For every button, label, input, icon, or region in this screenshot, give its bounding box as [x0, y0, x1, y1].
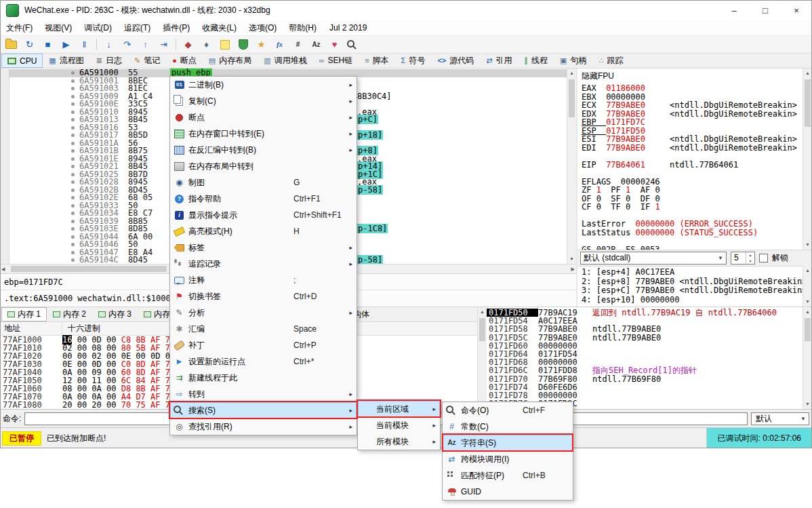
search-button[interactable]	[344, 37, 361, 52]
breakpoint-dot[interactable]	[66, 180, 79, 184]
breakpoint-dot[interactable]	[66, 102, 79, 106]
breakpoint-dot[interactable]	[66, 212, 79, 215]
tab-log[interactable]: ≣日志	[90, 54, 128, 68]
menuitem-current-region[interactable]: 当前区域▸	[358, 401, 440, 417]
heart-button[interactable]: ♥	[326, 37, 343, 52]
stack-row[interactable]: 0171FD5077B9AC19返回到 ntdll.77B9AC19 自 ntd…	[487, 309, 803, 317]
open-file-button[interactable]	[3, 37, 20, 52]
notes-button[interactable]	[216, 37, 233, 52]
menubar-item[interactable]: 文件(F)	[0, 20, 39, 35]
tab-threads[interactable]: ∥线程	[519, 54, 554, 68]
tab-script[interactable]: ≡脚本	[359, 54, 394, 68]
strings-az-button[interactable]: Az	[308, 37, 325, 52]
registers-scrollbar[interactable]	[803, 69, 812, 250]
menuitem-goto[interactable]: ⇨转到▸	[170, 386, 357, 402]
breakpoint-dot[interactable]	[66, 79, 79, 83]
tab-cpu[interactable]: CPU	[1, 54, 43, 68]
menuitem-analysis[interactable]: ✎分析▸	[170, 305, 357, 321]
menuitem-follow-in-dump[interactable]: 在内存窗口中转到(E)▸	[170, 125, 357, 142]
breakpoint-dot[interactable]	[66, 251, 79, 254]
breakpoint-dot[interactable]	[66, 71, 79, 75]
arg-count-stepper[interactable]: 5 ▲▼	[731, 252, 755, 265]
dump-tab[interactable]: 内存 1	[1, 307, 47, 321]
arguments-panel[interactable]: 1: [esp+4] A0C17EEA2: [esp+8] 77B9ABE0 <…	[577, 266, 803, 307]
hide-fpu-button[interactable]: 隐藏FPU	[582, 71, 803, 82]
menuitem-binary[interactable]: 01二进制(B)▸	[170, 77, 357, 93]
menuitem-current-module[interactable]: 当前模块▸	[358, 417, 440, 433]
breakpoint-dot[interactable]	[66, 126, 79, 130]
tab-symbols[interactable]: Σ符号	[395, 54, 432, 68]
menuitem-highlighting-mode[interactable]: 高亮模式(H)H	[170, 223, 357, 239]
menubar-item[interactable]: 调试(D)	[78, 20, 118, 35]
menuitem-guid[interactable]: GUID	[443, 484, 573, 500]
menuitem-follow-in-memory-map[interactable]: 在内存布局中转到	[170, 158, 357, 174]
menuitem-comment[interactable]: 注释;	[170, 272, 357, 288]
close-button[interactable]: ×	[781, 0, 812, 20]
breakpoint-dot[interactable]	[66, 204, 79, 208]
favourites-button[interactable]: ★	[253, 37, 270, 52]
menuitem-intermodular-calls[interactable]: ⇄跨模块调用(I)	[443, 451, 573, 467]
menuitem-label[interactable]: 标签▸	[170, 239, 357, 256]
menuitem-constant[interactable]: #常数(C)	[443, 418, 573, 435]
command-profile-dropdown[interactable]: 默认 ▼	[751, 412, 809, 425]
stack-row[interactable]: 0171FD5C77B9ABE0ntdll.77B9ABE0	[487, 334, 803, 342]
tab-source[interactable]: <>源代码	[431, 54, 480, 68]
step-into-button[interactable]: ↓	[100, 37, 117, 52]
arguments-scrollbar[interactable]	[803, 266, 812, 307]
stack-scrollbar[interactable]	[803, 307, 812, 409]
tab-trace[interactable]: ∴跟踪	[592, 54, 629, 68]
unlock-checkbox[interactable]	[759, 254, 768, 262]
stack-row[interactable]: 0171FD7077B69F80ntdll.77B69F80	[487, 375, 803, 383]
breakpoint-dot[interactable]	[66, 118, 79, 121]
tab-handles[interactable]: ▣句柄	[554, 54, 592, 68]
breakpoint-dot[interactable]	[66, 173, 79, 176]
menuitem-set-new-origin[interactable]: ►设置新的运行点Ctrl+*	[170, 353, 357, 370]
restart-button[interactable]: ↻	[21, 37, 38, 52]
execute-till-return-button[interactable]: ↑	[137, 37, 154, 52]
menubar-item[interactable]: 选项(O)	[243, 20, 283, 35]
breakpoint-dot[interactable]	[66, 95, 79, 98]
tab-references[interactable]: ⇄引用	[480, 54, 518, 68]
menuitem-string-references[interactable]: Az字符串(S)	[443, 435, 573, 451]
tab-call-stack[interactable]: ▥调用堆栈	[258, 54, 312, 68]
pattern-hash-button[interactable]: #	[289, 37, 306, 52]
minimize-button[interactable]: –	[718, 0, 750, 20]
breakpoint-dot[interactable]	[66, 189, 79, 192]
stop-button[interactable]: ■	[39, 37, 56, 52]
menuitem-trace-record[interactable]: 追踪记录▸	[170, 256, 357, 272]
stack-view[interactable]: 0171FD5077B9AC19返回到 ntdll.77B9AC19 自 ntd…	[487, 307, 803, 409]
calculator-fx-button[interactable]: fx	[271, 37, 288, 52]
tab-seh[interactable]: ∞SEH链	[313, 54, 359, 68]
breakpoint-dot[interactable]	[66, 134, 79, 137]
preferences-button[interactable]: ◆	[180, 37, 197, 52]
menuitem-command[interactable]: 命令(O)Ctrl+F	[443, 402, 573, 418]
menuitem-breakpoint[interactable]: 断点▸	[170, 109, 357, 125]
run-button[interactable]: ▶	[58, 37, 75, 52]
disasm-vertical-scrollbar[interactable]	[567, 69, 576, 264]
scales-button[interactable]: ♦	[198, 37, 215, 52]
registers-panel[interactable]: 隐藏FPU EAX 01186000EBX 00000000ECX 77B9AB…	[577, 69, 803, 250]
run-to-user-code-button[interactable]: ⇥	[155, 37, 172, 52]
menuitem-search[interactable]: 搜索(S)▸	[170, 402, 357, 418]
menuitem-find-references[interactable]: ◎查找引用(R)▸	[170, 418, 357, 435]
dump-tab[interactable]: 内存 2	[47, 307, 92, 321]
breakpoint-dot[interactable]	[66, 149, 79, 153]
menuitem-copy[interactable]: 复制(C)▸	[170, 93, 357, 109]
stepper-arrows-icon[interactable]: ▲▼	[746, 252, 754, 264]
breakpoint-dot[interactable]	[66, 243, 79, 246]
tab-breakpoints[interactable]: ●断点	[166, 54, 203, 68]
menubar-item[interactable]: 视图(V)	[39, 20, 78, 35]
tab-notes[interactable]: ✎笔记	[128, 54, 166, 68]
menuitem-pattern[interactable]: 匹配特征(P)Ctrl+B	[443, 467, 573, 484]
dump-scrollbar[interactable]	[477, 307, 487, 409]
menuitem-instruction-help[interactable]: ?指令帮助Ctrl+F1	[170, 191, 357, 207]
menubar-item[interactable]: 插件(P)	[157, 20, 196, 35]
breakpoint-dot[interactable]	[66, 235, 79, 239]
breakpoint-dot[interactable]	[66, 142, 79, 145]
stack-row[interactable]: 0171FD6000000000	[487, 342, 803, 350]
stack-row[interactable]: 0171FD5877B9ABE0ntdll.77B9ABE0	[487, 325, 803, 333]
menuitem-graph[interactable]: ◉制图G	[170, 174, 357, 191]
breakpoint-dot[interactable]	[66, 165, 79, 168]
tab-memory-map[interactable]: ▤内存布局	[203, 54, 258, 68]
menubar-item[interactable]: 收藏夹(L)	[196, 20, 243, 35]
